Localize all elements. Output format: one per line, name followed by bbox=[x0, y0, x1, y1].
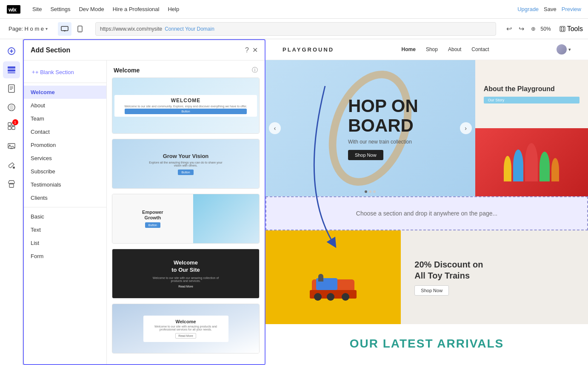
paint-icon[interactable] bbox=[3, 157, 20, 174]
carousel-dot-1 bbox=[365, 190, 367, 193]
svg-rect-11 bbox=[563, 29, 564, 31]
nav-item-text[interactable]: Text bbox=[24, 223, 106, 236]
svg-rect-7 bbox=[560, 26, 565, 32]
nav-item-clients[interactable]: Clients bbox=[24, 191, 106, 204]
svg-rect-10 bbox=[561, 29, 562, 31]
nav-item-team[interactable]: Team bbox=[24, 112, 106, 125]
tools-label: Tools bbox=[567, 25, 583, 33]
svg-text:wix: wix bbox=[8, 6, 17, 13]
editor-toolbar: Page: H o m e ▾ https://www.wix.com/mysi… bbox=[0, 19, 588, 39]
nav-item-testimonials[interactable]: Testimonials bbox=[24, 178, 106, 191]
nav-divider bbox=[24, 83, 106, 83]
svg-rect-15 bbox=[8, 66, 15, 69]
carousel-prev-button[interactable]: ‹ bbox=[269, 122, 281, 134]
svg-rect-26 bbox=[12, 126, 15, 129]
our-story-button[interactable]: Our Story bbox=[484, 97, 579, 103]
panel-header: Add Section ? ✕ bbox=[24, 40, 265, 60]
nav-divider-2 bbox=[24, 207, 106, 207]
template-grow-heading: Grow Your Vision bbox=[163, 153, 209, 159]
svg-rect-31 bbox=[9, 184, 14, 187]
nav-devmode[interactable]: Dev Mode bbox=[75, 4, 107, 14]
panel-title: Add Section bbox=[31, 46, 70, 54]
nav-settings[interactable]: Settings bbox=[47, 4, 74, 14]
nav-item-contact[interactable]: Contact bbox=[24, 125, 106, 138]
store-icon[interactable] bbox=[3, 175, 20, 193]
media-icon[interactable] bbox=[3, 138, 20, 155]
nav-item-list[interactable]: List bbox=[24, 236, 106, 250]
templates-info-button[interactable]: ⓘ bbox=[252, 66, 258, 74]
nav-site[interactable]: Site bbox=[29, 4, 45, 14]
discount-content: 20% Discount on All Toy Trains Shop Now bbox=[401, 230, 588, 324]
template-card-welcome-dark[interactable]: Welcometo Our Site Welcome to our site w… bbox=[112, 249, 260, 299]
panel-body: ＋ + Blank Section Welcome About Team Con… bbox=[24, 60, 265, 364]
nav-item-form[interactable]: Form bbox=[24, 250, 106, 263]
site-nav-home[interactable]: Home bbox=[402, 46, 416, 52]
panel-close-button[interactable]: ✕ bbox=[252, 46, 258, 54]
notification-badge: 1 bbox=[12, 119, 18, 125]
redo-button[interactable]: ↪ bbox=[517, 23, 526, 34]
blank-section-button[interactable]: ＋ + Blank Section bbox=[31, 66, 100, 78]
template-subtext: Welcome to our site and community. Explo… bbox=[125, 105, 247, 108]
preview-button[interactable]: Preview bbox=[562, 6, 581, 12]
topbar-nav: Site Settings Dev Mode Hire a Profession… bbox=[29, 4, 183, 14]
nav-item-basic[interactable]: Basic bbox=[24, 210, 106, 223]
template-cta: Button bbox=[125, 109, 247, 114]
template-heading: WELCOME bbox=[125, 98, 247, 103]
template-card-welcome-2[interactable]: Welcome Welcome to our site with amazing… bbox=[112, 304, 260, 354]
nav-help[interactable]: Help bbox=[164, 4, 183, 14]
nav-item-promotion[interactable]: Promotion bbox=[24, 138, 106, 152]
nav-item-about[interactable]: About bbox=[24, 99, 106, 112]
nav-hire[interactable]: Hire a Professional bbox=[109, 4, 163, 14]
design-icon[interactable] bbox=[3, 99, 20, 116]
hero-right-panel: About the Playground Our Story bbox=[475, 60, 588, 196]
carousel-next-button[interactable]: › bbox=[460, 122, 472, 134]
templates-header: Welcome ⓘ bbox=[107, 60, 265, 78]
template-card-welcome-1[interactable]: WELCOME Welcome to our site and communit… bbox=[112, 78, 260, 134]
discount-text: 20% Discount on All Toy Trains Shop Now bbox=[414, 259, 483, 296]
template-grow-subtext: Explore all the amazing things you can d… bbox=[148, 161, 224, 167]
latest-arrivals-heading: OUR LATEST ARRIVALS bbox=[283, 337, 571, 351]
hero-cta-button[interactable]: Shop Now bbox=[348, 150, 383, 160]
svg-rect-16 bbox=[8, 69, 15, 72]
svg-rect-17 bbox=[8, 72, 15, 73]
template-preview-grow: Grow Your Vision Explore all the amazing… bbox=[112, 139, 259, 188]
template-previews: Welcome ⓘ WELCOME Welcome to our site an… bbox=[107, 60, 265, 364]
nav-item-services[interactable]: Services bbox=[24, 152, 106, 165]
pages-icon[interactable] bbox=[3, 80, 20, 97]
add-section-icon[interactable] bbox=[3, 43, 20, 60]
template-grow-cta: Button bbox=[178, 170, 193, 175]
mobile-view-button[interactable] bbox=[73, 22, 87, 36]
url-bar: https://www.wix.com/mysite Connect Your … bbox=[95, 22, 496, 36]
site-nav-shop[interactable]: Shop bbox=[426, 46, 438, 52]
site-header: PLAYGROUND Home Shop About Contact ▾ bbox=[265, 39, 588, 60]
hero-heading: HOP ON BOARD bbox=[348, 96, 418, 135]
site-nav-contact[interactable]: Contact bbox=[471, 46, 489, 52]
site-wrapper: PLAYGROUND Home Shop About Contact ▾ bbox=[265, 39, 588, 365]
nav-item-welcome[interactable]: Welcome bbox=[24, 86, 106, 99]
drop-zone[interactable]: Choose a section and drop it anywhere on… bbox=[265, 196, 588, 230]
template-empower-right bbox=[193, 194, 259, 243]
panel-help-button[interactable]: ? bbox=[245, 46, 249, 54]
svg-rect-8 bbox=[561, 27, 562, 29]
desktop-view-button[interactable] bbox=[58, 22, 71, 36]
connect-domain-link[interactable]: Connect Your Domain bbox=[165, 26, 214, 32]
apps-icon[interactable]: 1 bbox=[3, 118, 20, 135]
tools-button[interactable]: Tools bbox=[559, 25, 583, 33]
discount-cta-button[interactable]: Shop Now bbox=[414, 285, 449, 296]
nav-item-subscribe[interactable]: Subscribe bbox=[24, 165, 106, 178]
zoom-out-button[interactable]: ⊕ bbox=[529, 24, 537, 34]
site-logo: PLAYGROUND bbox=[283, 46, 334, 53]
page-selector[interactable]: Page: H o m e ▾ bbox=[5, 24, 51, 34]
undo-button[interactable]: ↩ bbox=[505, 23, 514, 34]
hero-about-title: About the Playground bbox=[484, 85, 579, 94]
save-button[interactable]: Save bbox=[544, 6, 557, 12]
upgrade-button[interactable]: Upgrade bbox=[517, 6, 539, 12]
sections-icon[interactable] bbox=[3, 61, 20, 78]
svg-rect-23 bbox=[8, 123, 11, 126]
template-dark-subtext: Welcome to our site with our amazing col… bbox=[148, 276, 224, 282]
panel-header-actions: ? ✕ bbox=[245, 46, 258, 54]
site-nav-about[interactable]: About bbox=[448, 46, 461, 52]
template-card-empower-growth[interactable]: EmpowerGrowth Button bbox=[112, 194, 260, 244]
template-card-grow-vision[interactable]: Grow Your Vision Explore all the amazing… bbox=[112, 139, 260, 189]
blank-section-label: + Blank Section bbox=[35, 69, 74, 75]
